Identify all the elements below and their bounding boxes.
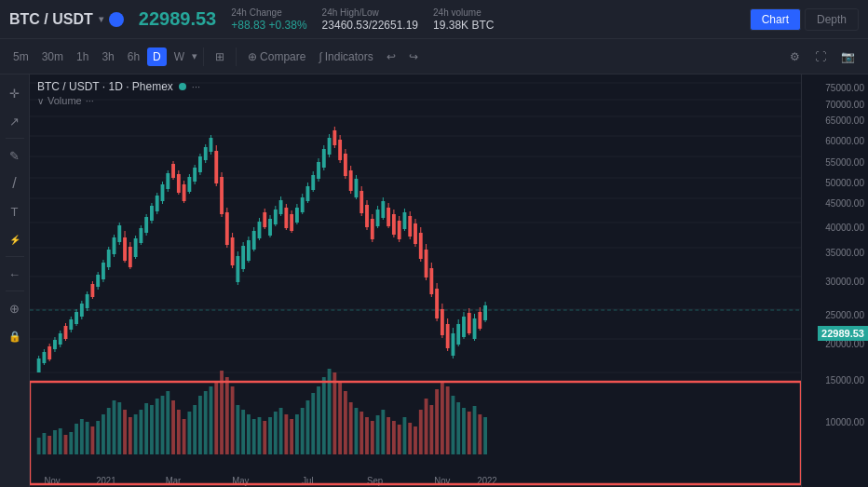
timeframe-5m[interactable]: 5m	[7, 47, 34, 66]
svg-rect-208	[171, 400, 175, 454]
pencil-tool[interactable]: ✎	[4, 144, 26, 167]
compare-button[interactable]: ⊕ Compare	[242, 47, 311, 66]
svg-rect-207	[166, 391, 170, 454]
timeframe-d[interactable]: D	[147, 47, 167, 66]
svg-rect-199	[123, 410, 127, 454]
timeframe-w[interactable]: W	[169, 47, 190, 66]
svg-rect-225	[263, 421, 266, 454]
text-tool[interactable]: T	[4, 200, 26, 223]
timeframe-1h[interactable]: 1h	[71, 47, 94, 66]
price-label-65000: 65000.00	[825, 115, 864, 126]
svg-rect-205	[156, 399, 159, 454]
svg-rect-233	[306, 400, 310, 454]
price-label-30000: 30000.00	[825, 277, 864, 287]
svg-rect-265	[478, 414, 481, 454]
svg-rect-228	[279, 408, 283, 454]
price-label-70000: 70000.00	[825, 100, 864, 110]
svg-rect-257	[435, 389, 439, 454]
symbol-text: BTC / USDT	[9, 11, 93, 28]
svg-rect-227	[274, 412, 278, 454]
price-label-40000: 40000.00	[825, 223, 864, 233]
chart-container: ✛ ↗ ✎ / T ⚡ ← ⊕ 🔒 BTC / USDT · 1D · Phem…	[0, 74, 868, 487]
svg-rect-240	[344, 391, 347, 454]
svg-rect-226	[268, 417, 272, 454]
svg-rect-219	[231, 386, 235, 454]
indicators-button[interactable]: ∫ Indicators	[313, 47, 378, 66]
svg-rect-247	[381, 410, 385, 454]
exchange-icon	[109, 12, 124, 27]
svg-rect-216	[214, 382, 218, 454]
undo-icon: ↩	[387, 50, 396, 63]
timeframe-6h[interactable]: 6h	[122, 47, 145, 66]
crosshair-tool[interactable]: ✛	[4, 82, 26, 104]
svg-rect-254	[419, 410, 423, 454]
svg-rect-266	[483, 417, 487, 454]
arrow-tool[interactable]: ↗	[4, 110, 26, 132]
header: BTC / USDT ▾ 22989.53 24h Change +88.83 …	[0, 0, 868, 39]
depth-tab-button[interactable]: Depth	[805, 8, 859, 31]
chart-canvas[interactable]: BTC / USDT · 1D · Phemex ··· ∨ Volume ··…	[30, 74, 801, 487]
highlow-value: 23460.53/22651.19	[322, 19, 418, 32]
toolbar-right: ⚙ ⛶ 📷	[784, 47, 861, 66]
timeframe-30m[interactable]: 30m	[36, 47, 69, 66]
tool-separator-1	[6, 138, 24, 139]
candlestick-chart: Nov 2021 Mar May Jul Sep Nov 2022	[30, 74, 801, 487]
svg-rect-252	[408, 423, 412, 454]
svg-rect-250	[398, 425, 401, 454]
change-value: +88.83 +0.38%	[231, 19, 306, 32]
svg-rect-196	[107, 408, 111, 454]
svg-rect-198	[117, 402, 121, 454]
settings-button[interactable]: ⚙	[784, 47, 806, 66]
chart-tab-button[interactable]: Chart	[750, 8, 801, 31]
price-label-75000: 75000.00	[825, 83, 864, 93]
svg-rect-189	[69, 432, 73, 454]
price-label-50000: 50000.00	[825, 178, 864, 188]
svg-rect-231	[295, 414, 299, 454]
svg-rect-241	[349, 402, 353, 454]
symbol-dropdown-icon[interactable]: ▾	[99, 14, 103, 24]
undo-button[interactable]: ↩	[381, 47, 401, 66]
svg-rect-222	[247, 414, 251, 454]
measure-tool[interactable]: ⚡	[4, 228, 26, 250]
svg-rect-236	[322, 377, 326, 454]
svg-rect-218	[225, 377, 229, 454]
bar-type-button[interactable]: ⊞	[210, 47, 230, 66]
lock-tool[interactable]: 🔒	[4, 325, 26, 347]
symbol-pair[interactable]: BTC / USDT ▾	[9, 11, 124, 28]
svg-rect-234	[311, 393, 315, 454]
compare-label: Compare	[260, 50, 305, 63]
svg-rect-188	[64, 435, 68, 454]
svg-rect-192	[86, 422, 89, 454]
fullscreen-button[interactable]: ⛶	[809, 47, 832, 66]
svg-rect-214	[204, 391, 208, 454]
svg-rect-190	[75, 424, 78, 454]
screenshot-button[interactable]: 📷	[835, 47, 861, 66]
plus-icon: ⊕	[248, 50, 257, 63]
price-label-60000: 60000.00	[825, 136, 864, 146]
svg-rect-221	[241, 410, 245, 454]
back-tool[interactable]: ←	[4, 263, 26, 285]
camera-icon: 📷	[841, 50, 855, 63]
line-tool[interactable]: /	[4, 172, 26, 195]
svg-rect-201	[134, 414, 138, 454]
svg-rect-223	[252, 419, 256, 454]
change-label: 24h Change	[231, 7, 306, 18]
svg-rect-210	[183, 419, 186, 454]
svg-rect-203	[144, 403, 148, 454]
svg-rect-248	[387, 417, 390, 454]
timeframe-more[interactable]: ▾	[192, 50, 197, 62]
tools-panel: ✛ ↗ ✎ / T ⚡ ← ⊕ 🔒	[0, 74, 30, 487]
redo-button[interactable]: ↪	[403, 47, 424, 66]
price-label-15000: 15000.00	[825, 375, 864, 386]
zoom-tool[interactable]: ⊕	[4, 297, 26, 319]
svg-rect-206	[161, 396, 165, 454]
fullscreen-icon: ⛶	[815, 50, 826, 63]
indicators-icon: ∫	[319, 50, 321, 63]
toolbar-separator-2	[236, 47, 237, 66]
svg-rect-245	[371, 421, 374, 454]
timeframe-3h[interactable]: 3h	[96, 47, 119, 66]
svg-rect-264	[473, 406, 477, 454]
svg-rect-230	[290, 419, 293, 454]
svg-rect-242	[355, 408, 359, 454]
svg-rect-232	[301, 408, 305, 454]
